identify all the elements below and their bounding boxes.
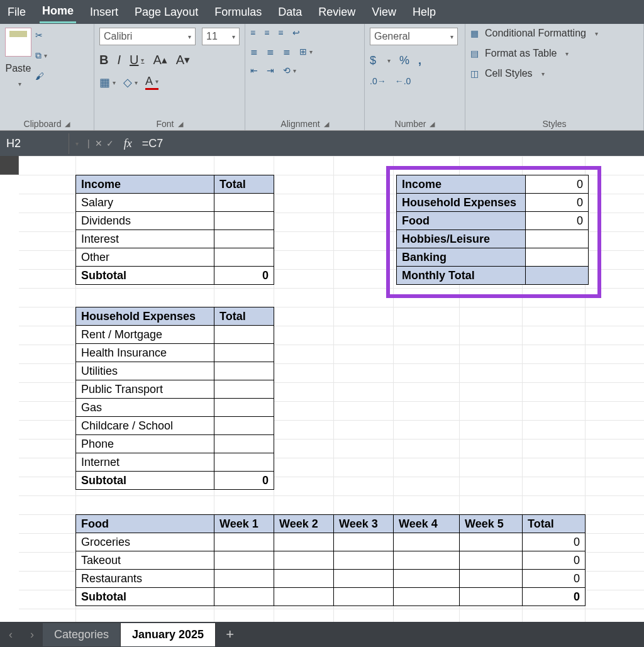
increase-decimal-icon[interactable]: .0→	[370, 76, 386, 86]
cell[interactable]	[214, 230, 274, 248]
font-family-combo[interactable]: Calibri▾	[99, 28, 196, 45]
cell[interactable]	[214, 435, 274, 453]
fx-icon[interactable]: fx	[118, 137, 138, 150]
cell[interactable]	[214, 551, 274, 570]
paste-button[interactable]: Paste	[6, 63, 31, 74]
cell[interactable]: Groceries	[76, 533, 214, 551]
increase-indent-icon[interactable]: ⇥	[267, 65, 274, 75]
cell[interactable]	[214, 362, 274, 380]
dialog-launcher-icon[interactable]: ◢	[324, 120, 329, 128]
cell[interactable]	[394, 551, 460, 570]
enter-formula-icon[interactable]: ✓	[103, 138, 118, 148]
cell[interactable]	[394, 570, 460, 588]
cell[interactable]: Childcare / School	[76, 417, 214, 435]
summary-label[interactable]: Food	[397, 212, 526, 230]
cell[interactable]	[214, 399, 274, 417]
summary-value[interactable]: 0	[526, 212, 589, 230]
summary-label[interactable]: Monthly Total	[397, 267, 526, 285]
tab-january-2025[interactable]: January 2025	[121, 623, 216, 646]
income-table[interactable]: IncomeTotal Salary Dividends Interest Ot…	[75, 175, 274, 285]
cell[interactable]	[334, 551, 394, 570]
tab-next-icon[interactable]: ›	[21, 628, 43, 641]
merge-icon[interactable]: ⊞▾	[299, 47, 313, 57]
cell[interactable]	[214, 194, 274, 212]
summary-value[interactable]	[526, 248, 589, 267]
cell[interactable]	[460, 570, 523, 588]
menu-page-layout[interactable]: Page Layout	[132, 2, 201, 23]
cell[interactable]	[214, 588, 274, 606]
cell[interactable]	[460, 588, 523, 606]
font-size-combo[interactable]: 11▾	[202, 28, 240, 45]
select-all-corner[interactable]	[0, 156, 19, 175]
cut-icon[interactable]: ✂	[35, 30, 43, 40]
summary-label[interactable]: Banking	[397, 248, 526, 267]
format-painter-icon[interactable]: 🖌	[35, 71, 44, 81]
subtotal-label[interactable]: Subtotal	[76, 588, 214, 606]
cell[interactable]	[214, 380, 274, 399]
cell[interactable]	[334, 570, 394, 588]
menu-view[interactable]: View	[369, 2, 399, 23]
summary-value[interactable]	[526, 267, 589, 285]
formula-input[interactable]: =C7	[138, 133, 644, 154]
subtotal-value[interactable]: 0	[214, 472, 274, 490]
conditional-formatting-button[interactable]: Conditional Formatting	[485, 28, 586, 39]
comma-icon[interactable]: ,	[418, 54, 421, 67]
cell[interactable]	[214, 533, 274, 551]
format-table-button[interactable]: Format as Table	[485, 48, 557, 59]
cell[interactable]	[394, 588, 460, 606]
cell[interactable]	[274, 570, 334, 588]
dialog-launcher-icon[interactable]: ◢	[65, 120, 70, 128]
conditional-formatting-icon[interactable]: ▦	[470, 28, 479, 38]
cell[interactable]: 0	[523, 570, 586, 588]
cell[interactable]	[214, 417, 274, 435]
italic-button[interactable]: I	[117, 53, 121, 67]
paste-icon[interactable]	[5, 28, 31, 57]
cell[interactable]	[214, 248, 274, 267]
subtotal-value[interactable]: 0	[214, 267, 274, 285]
orientation-icon[interactable]: ⟲▾	[283, 65, 296, 75]
menu-data[interactable]: Data	[275, 2, 304, 23]
cell[interactable]	[214, 326, 274, 344]
summary-value[interactable]: 0	[526, 175, 589, 194]
cell[interactable]: Utilities	[76, 362, 214, 380]
align-middle-icon[interactable]: ≡	[264, 28, 269, 38]
menu-bar[interactable]: File Home Insert Page Layout Formulas Da…	[0, 0, 644, 24]
cell[interactable]: Interest	[76, 230, 214, 248]
subtotal-label[interactable]: Subtotal	[76, 472, 214, 490]
align-top-icon[interactable]: ≡	[250, 28, 255, 38]
increase-font-icon[interactable]: A▴	[153, 53, 167, 67]
underline-button[interactable]: U▾	[130, 53, 144, 67]
decrease-decimal-icon[interactable]: ←.0	[395, 76, 411, 86]
cell[interactable]: Other	[76, 248, 214, 267]
subtotal-label[interactable]: Subtotal	[76, 267, 214, 285]
font-color-icon[interactable]: A▾	[145, 75, 158, 90]
cell[interactable]: Gas	[76, 399, 214, 417]
summary-label[interactable]: Hobbies/Leisure	[397, 230, 526, 248]
copy-icon[interactable]: ⧉▾	[35, 50, 47, 61]
summary-value[interactable]	[526, 230, 589, 248]
cell[interactable]	[214, 212, 274, 230]
cell-styles-button[interactable]: Cell Styles	[485, 68, 533, 79]
cell[interactable]	[334, 533, 394, 551]
menu-insert[interactable]: Insert	[87, 2, 121, 23]
cell[interactable]: 0	[523, 533, 586, 551]
summary-value[interactable]: 0	[526, 194, 589, 212]
fill-color-icon[interactable]: ◇▾	[123, 75, 138, 89]
tab-categories[interactable]: Categories	[43, 623, 121, 646]
cell[interactable]	[214, 453, 274, 472]
cell[interactable]: Rent / Mortgage	[76, 326, 214, 344]
cell[interactable]: Health Insurance	[76, 344, 214, 362]
household-table[interactable]: Household ExpensesTotal Rent / Mortgage …	[75, 307, 274, 490]
bold-button[interactable]: B	[99, 53, 108, 67]
cell[interactable]: Restaurants	[76, 570, 214, 588]
menu-review[interactable]: Review	[316, 2, 358, 23]
cell[interactable]: Takeout	[76, 551, 214, 570]
cell[interactable]: Phone	[76, 435, 214, 453]
cell[interactable]	[214, 570, 274, 588]
cell[interactable]: 0	[523, 551, 586, 570]
align-center-icon[interactable]: ≣	[267, 47, 274, 57]
cell[interactable]: Salary	[76, 194, 214, 212]
cell[interactable]	[394, 533, 460, 551]
number-format-combo[interactable]: General▾	[370, 28, 458, 45]
cell[interactable]	[274, 533, 334, 551]
